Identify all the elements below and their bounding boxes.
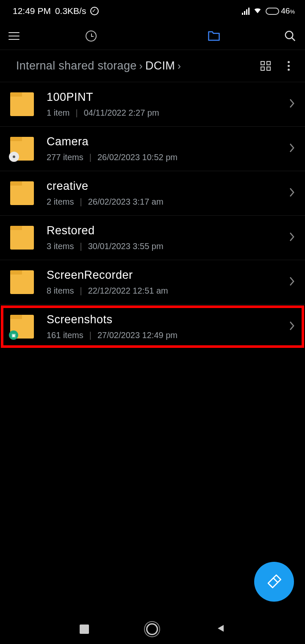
folder-meta: 1 item | 04/11/2022 2:27 pm xyxy=(47,108,289,118)
broom-icon xyxy=(265,573,283,591)
separator: | xyxy=(89,330,92,340)
view-grid-button[interactable] xyxy=(261,61,271,71)
item-count: 2 items xyxy=(47,197,74,207)
chevron-right-icon xyxy=(289,98,295,110)
folder-name: Camera xyxy=(47,135,289,148)
triangle-left-icon xyxy=(215,623,225,633)
folder-icon xyxy=(10,137,34,161)
folder-item-highlighted[interactable]: ▣ Screenshots 161 items | 27/02/2023 12:… xyxy=(0,305,305,349)
folder-info: Restored 3 items | 30/01/2023 3:55 pm xyxy=(47,224,289,251)
item-count: 161 items xyxy=(47,330,83,340)
modified-date: 26/02/2023 3:17 am xyxy=(88,197,164,207)
svg-line-1 xyxy=(292,37,295,41)
folder-item[interactable]: 100PINT 1 item | 04/11/2022 2:27 pm xyxy=(0,82,305,127)
clock-icon xyxy=(86,31,97,42)
more-options-button[interactable] xyxy=(288,61,292,71)
chevron-right-icon: › xyxy=(139,60,143,72)
modified-date: 22/12/2022 12:51 am xyxy=(88,286,168,296)
chevron-right-icon xyxy=(289,143,295,155)
folder-icon xyxy=(10,226,34,250)
folder-meta: 277 items | 26/02/2023 10:52 pm xyxy=(47,153,289,162)
breadcrumb[interactable]: Internal shared storage › DCIM › xyxy=(16,59,261,72)
recent-apps-button[interactable] xyxy=(80,625,89,634)
chevron-right-icon: › xyxy=(177,60,181,72)
folder-item[interactable]: Restored 3 items | 30/01/2023 3:55 pm xyxy=(0,216,305,260)
folder-info: ScreenRecorder 8 items | 22/12/2022 12:5… xyxy=(47,269,289,296)
separator: | xyxy=(80,197,82,207)
separator: | xyxy=(80,286,82,296)
breadcrumb-bar: Internal shared storage › DCIM › xyxy=(0,50,305,82)
folder-name: Restored xyxy=(47,224,289,237)
folder-icon xyxy=(10,92,34,116)
folder-info: Camera 277 items | 26/02/2023 10:52 pm xyxy=(47,135,289,162)
back-button[interactable] xyxy=(215,623,225,635)
wifi-icon xyxy=(253,6,262,17)
chevron-right-icon xyxy=(289,232,295,244)
storage-badge-icon xyxy=(9,152,19,162)
modified-date: 30/01/2023 3:55 pm xyxy=(88,242,164,251)
folder-outline-icon xyxy=(208,31,220,42)
separator: | xyxy=(75,108,78,118)
clock-time: 12:49 PM xyxy=(13,6,51,16)
modified-date: 27/02/2023 12:49 pm xyxy=(97,330,177,340)
folder-item[interactable]: creative 2 items | 26/02/2023 3:17 am xyxy=(0,171,305,216)
folder-info: creative 2 items | 26/02/2023 3:17 am xyxy=(47,180,289,207)
network-speed: 0.3KB/s xyxy=(55,6,86,16)
status-left: 12:49 PM 0.3KB/s xyxy=(13,6,99,16)
hamburger-menu-button[interactable] xyxy=(8,32,30,40)
folder-name: creative xyxy=(47,180,289,193)
folder-info: Screenshots 161 items | 27/02/2023 12:49… xyxy=(47,313,289,340)
item-count: 8 items xyxy=(47,286,74,296)
folder-name: Screenshots xyxy=(47,313,289,326)
item-count: 277 items xyxy=(47,153,83,162)
folder-list: 100PINT 1 item | 04/11/2022 2:27 pm Came… xyxy=(0,82,305,349)
folder-meta: 161 items | 27/02/2023 12:49 pm xyxy=(47,330,289,340)
svg-point-0 xyxy=(286,31,293,39)
chevron-right-icon xyxy=(289,187,295,199)
app-toolbar xyxy=(0,22,305,50)
status-right: 46% xyxy=(242,6,295,17)
breadcrumb-root[interactable]: Internal shared storage xyxy=(16,59,137,72)
svg-line-2 xyxy=(270,585,272,587)
folder-meta: 3 items | 30/01/2023 3:55 pm xyxy=(47,242,289,251)
clean-fab-button[interactable] xyxy=(254,562,294,602)
search-icon xyxy=(284,30,297,42)
signal-icon xyxy=(242,7,250,15)
percent-symbol: % xyxy=(290,8,295,15)
folder-icon xyxy=(10,270,34,294)
battery-percent: 46 xyxy=(281,6,290,15)
status-bar: 12:49 PM 0.3KB/s 46% xyxy=(0,0,305,22)
tab-recent[interactable] xyxy=(30,31,152,42)
folder-name: ScreenRecorder xyxy=(47,269,289,282)
separator: | xyxy=(89,153,92,162)
folder-item[interactable]: Camera 277 items | 26/02/2023 10:52 pm xyxy=(0,127,305,171)
tab-browse[interactable] xyxy=(152,31,275,42)
folder-icon xyxy=(10,181,34,205)
folder-icon: ▣ xyxy=(10,315,34,339)
modified-date: 26/02/2023 10:52 pm xyxy=(97,153,177,162)
battery-indicator: 46% xyxy=(266,6,295,16)
folder-meta: 2 items | 26/02/2023 3:17 am xyxy=(47,197,289,207)
chevron-right-icon xyxy=(289,321,295,333)
separator: | xyxy=(80,242,82,251)
alarm-icon xyxy=(90,7,99,15)
breadcrumb-current[interactable]: DCIM xyxy=(145,59,175,72)
chevron-right-icon xyxy=(289,276,295,288)
folder-item[interactable]: ScreenRecorder 8 items | 22/12/2022 12:5… xyxy=(0,260,305,305)
item-count: 1 item xyxy=(47,108,69,118)
item-count: 3 items xyxy=(47,242,74,251)
folder-meta: 8 items | 22/12/2022 12:51 am xyxy=(47,286,289,296)
folder-name: 100PINT xyxy=(47,91,289,104)
screenshot-badge-icon: ▣ xyxy=(9,330,18,340)
folder-info: 100PINT 1 item | 04/11/2022 2:27 pm xyxy=(47,91,289,118)
modified-date: 04/11/2022 2:27 pm xyxy=(84,108,159,118)
search-button[interactable] xyxy=(275,30,297,42)
home-button[interactable] xyxy=(146,623,158,635)
navigation-bar xyxy=(0,614,305,644)
